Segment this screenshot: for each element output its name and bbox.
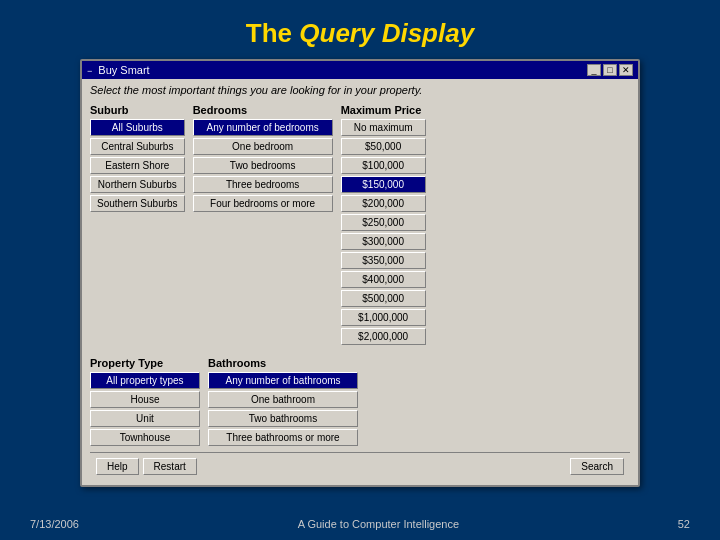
list-item[interactable]: One bedroom — [193, 138, 333, 155]
list-item[interactable]: $250,000 — [341, 214, 426, 231]
suburb-column: Suburb All Suburbs Central Suburbs Easte… — [90, 104, 185, 345]
close-button[interactable]: ✕ — [619, 64, 633, 76]
slide-center-text: A Guide to Computer Intelligence — [298, 518, 459, 530]
suburb-list: All Suburbs Central Suburbs Eastern Shor… — [90, 119, 185, 212]
window-title: Buy Smart — [98, 64, 149, 76]
list-item[interactable]: $500,000 — [341, 290, 426, 307]
list-item[interactable]: No maximum — [341, 119, 426, 136]
bathrooms-list: Any number of bathrooms One bathroom Two… — [208, 372, 358, 446]
list-item[interactable]: Any number of bathrooms — [208, 372, 358, 389]
list-item[interactable]: Southern Suburbs — [90, 195, 185, 212]
titlebar-icon: − — [87, 66, 92, 76]
help-button[interactable]: Help — [96, 458, 139, 475]
footer-bar: Help Restart Search — [90, 452, 630, 480]
maximize-button[interactable]: □ — [603, 64, 617, 76]
bedrooms-label: Bedrooms — [193, 104, 333, 116]
list-item[interactable]: Northern Suburbs — [90, 176, 185, 193]
list-item[interactable]: Central Suburbs — [90, 138, 185, 155]
list-item[interactable]: Three bedrooms — [193, 176, 333, 193]
list-item[interactable]: All property types — [90, 372, 200, 389]
bathrooms-column: Bathrooms Any number of bathrooms One ba… — [208, 357, 358, 446]
restart-button[interactable]: Restart — [143, 458, 197, 475]
search-button[interactable]: Search — [570, 458, 624, 475]
price-list: No maximum $50,000 $100,000 $150,000 $20… — [341, 119, 426, 345]
list-item[interactable]: All Suburbs — [90, 119, 185, 136]
list-item[interactable]: Unit — [90, 410, 200, 427]
list-item[interactable]: Two bedrooms — [193, 157, 333, 174]
list-item[interactable]: $400,000 — [341, 271, 426, 288]
list-item[interactable]: $350,000 — [341, 252, 426, 269]
slide-page-number: 52 — [678, 518, 690, 530]
property-type-label: Property Type — [90, 357, 200, 369]
list-item[interactable]: Three bathrooms or more — [208, 429, 358, 446]
list-item[interactable]: Eastern Shore — [90, 157, 185, 174]
list-item[interactable]: $200,000 — [341, 195, 426, 212]
list-item[interactable]: $100,000 — [341, 157, 426, 174]
bathrooms-label: Bathrooms — [208, 357, 358, 369]
slide-footer: 7/13/2006 A Guide to Computer Intelligen… — [0, 518, 720, 530]
minimize-button[interactable]: _ — [587, 64, 601, 76]
bottom-columns: Property Type All property types House U… — [90, 357, 630, 446]
list-item[interactable]: $50,000 — [341, 138, 426, 155]
list-item[interactable]: House — [90, 391, 200, 408]
price-column: Maximum Price No maximum $50,000 $100,00… — [341, 104, 426, 345]
list-item[interactable]: $2,000,000 — [341, 328, 426, 345]
list-item[interactable]: Townhouse — [90, 429, 200, 446]
list-item[interactable]: $300,000 — [341, 233, 426, 250]
list-item[interactable]: Any number of bedrooms — [193, 119, 333, 136]
list-item[interactable]: Two bathrooms — [208, 410, 358, 427]
slide-date: 7/13/2006 — [30, 518, 79, 530]
titlebar: − Buy Smart _ □ ✕ — [82, 61, 638, 79]
list-item[interactable]: $150,000 — [341, 176, 426, 193]
price-label: Maximum Price — [341, 104, 426, 116]
window-body: Suburb All Suburbs Central Suburbs Easte… — [82, 99, 638, 485]
footer-left-buttons: Help Restart — [96, 458, 197, 475]
window-subtitle: Select the most important things you are… — [82, 79, 638, 99]
bedrooms-column: Bedrooms Any number of bedrooms One bedr… — [193, 104, 333, 345]
slide-title: The Query Display — [0, 0, 720, 59]
property-type-column: Property Type All property types House U… — [90, 357, 200, 446]
top-columns: Suburb All Suburbs Central Suburbs Easte… — [90, 104, 630, 345]
list-item[interactable]: One bathroom — [208, 391, 358, 408]
list-item[interactable]: $1,000,000 — [341, 309, 426, 326]
window: − Buy Smart _ □ ✕ Select the most import… — [80, 59, 640, 487]
suburb-label: Suburb — [90, 104, 185, 116]
list-item[interactable]: Four bedrooms or more — [193, 195, 333, 212]
property-type-list: All property types House Unit Townhouse — [90, 372, 200, 446]
bedrooms-list: Any number of bedrooms One bedroom Two b… — [193, 119, 333, 212]
